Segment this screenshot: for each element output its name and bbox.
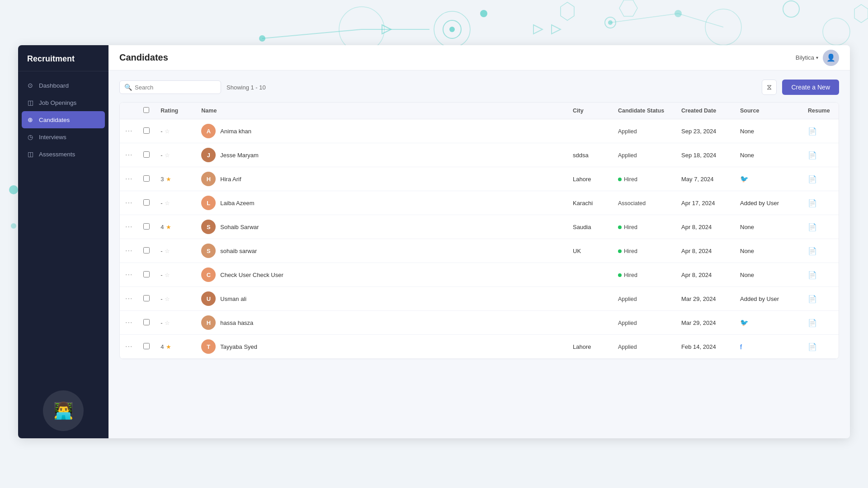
col-header-city[interactable]: City: [567, 103, 613, 119]
row-resume[interactable]: 📄: [802, 215, 839, 239]
table-area: 🔍 Showing 1 - 10 ⧖ Create a New: [108, 70, 850, 438]
source-text: None: [740, 272, 754, 278]
row-actions[interactable]: ···: [120, 191, 138, 215]
resume-icon[interactable]: 📄: [808, 247, 817, 255]
row-checkbox[interactable]: [143, 175, 150, 182]
table-row[interactable]: ··· - ☆ A Anima khan Applied Sep 23, 202…: [120, 119, 839, 143]
more-options-icon[interactable]: ···: [125, 295, 132, 302]
table-row[interactable]: ··· 3 ★ H Hira Arif Lahore Hired May 7, …: [120, 167, 839, 191]
create-new-button[interactable]: Create a New: [782, 80, 839, 95]
row-resume[interactable]: 📄: [802, 335, 839, 359]
row-name[interactable]: H Hira Arif: [196, 167, 567, 191]
row-actions[interactable]: ···: [120, 167, 138, 191]
resume-icon[interactable]: 📄: [808, 271, 817, 279]
row-actions[interactable]: ···: [120, 119, 138, 143]
sidebar-item-job-openings[interactable]: ◫ Job Openings: [18, 94, 108, 111]
status-dot: [618, 225, 622, 229]
user-avatar[interactable]: 👤: [823, 50, 839, 66]
resume-icon[interactable]: 📄: [808, 223, 817, 231]
row-resume[interactable]: 📄: [802, 119, 839, 143]
table-row[interactable]: ··· - ☆ C Check User Check User Hired Ap…: [120, 263, 839, 287]
sidebar-item-assessments[interactable]: ◫ Assessments: [18, 145, 108, 163]
row-name[interactable]: J Jesse Maryam: [196, 143, 567, 167]
table-row[interactable]: ··· - ☆ J Jesse Maryam sddsa Applied Sep…: [120, 143, 839, 167]
sidebar-nav: ⊙ Dashboard ◫ Job Openings ⊕ Candidates …: [18, 71, 108, 384]
row-resume[interactable]: 📄: [802, 263, 839, 287]
row-checkbox[interactable]: [143, 295, 150, 301]
row-checkbox[interactable]: [143, 223, 150, 230]
more-options-icon[interactable]: ···: [125, 247, 132, 254]
row-actions[interactable]: ···: [120, 311, 138, 335]
more-options-icon[interactable]: ···: [125, 175, 132, 183]
more-options-icon[interactable]: ···: [125, 319, 132, 326]
row-resume[interactable]: 📄: [802, 311, 839, 335]
sidebar-item-interviews[interactable]: ◷ Interviews: [18, 128, 108, 145]
more-options-icon[interactable]: ···: [125, 223, 132, 230]
resume-icon[interactable]: 📄: [808, 199, 817, 207]
col-header-rating[interactable]: Rating: [155, 103, 196, 119]
row-checkbox[interactable]: [143, 151, 150, 158]
more-options-icon[interactable]: ···: [125, 127, 132, 135]
col-header-resume[interactable]: Resume: [802, 103, 839, 119]
more-options-icon[interactable]: ···: [125, 271, 132, 278]
chevron-down-icon[interactable]: ▾: [816, 55, 818, 60]
resume-icon[interactable]: 📄: [808, 175, 817, 183]
col-header-name[interactable]: Name: [196, 103, 567, 119]
row-name[interactable]: H hassa hasza: [196, 311, 567, 335]
row-checkbox[interactable]: [143, 271, 150, 277]
col-header-source[interactable]: Source: [735, 103, 802, 119]
row-resume[interactable]: 📄: [802, 191, 839, 215]
row-actions[interactable]: ···: [120, 287, 138, 311]
row-name[interactable]: S sohaib sarwar: [196, 239, 567, 263]
more-options-icon[interactable]: ···: [125, 199, 132, 206]
row-actions[interactable]: ···: [120, 263, 138, 287]
table-row[interactable]: ··· - ☆ L Laiba Azeem Karachi Associated…: [120, 191, 839, 215]
resume-icon[interactable]: 📄: [808, 343, 817, 351]
filter-button[interactable]: ⧖: [762, 80, 777, 95]
page-title: Candidates: [119, 52, 168, 63]
row-resume[interactable]: 📄: [802, 287, 839, 311]
resume-icon[interactable]: 📄: [808, 295, 817, 303]
select-all-checkbox[interactable]: [143, 107, 149, 113]
sidebar-logo: Recruitment: [18, 45, 108, 71]
row-actions[interactable]: ···: [120, 143, 138, 167]
resume-icon[interactable]: 📄: [808, 151, 817, 159]
candidate-name: Usman ali: [220, 296, 246, 302]
row-checkbox[interactable]: [143, 247, 150, 253]
row-name[interactable]: S Sohaib Sarwar: [196, 215, 567, 239]
sidebar-item-label: Job Openings: [39, 99, 76, 106]
star-empty-icon: ☆: [165, 200, 170, 206]
sidebar-item-dashboard[interactable]: ⊙ Dashboard: [18, 77, 108, 94]
row-actions[interactable]: ···: [120, 335, 138, 359]
table-row[interactable]: ··· 4 ★ T Tayyaba Syed Lahore Applied Fe…: [120, 335, 839, 359]
col-header-date[interactable]: Created Date: [676, 103, 735, 119]
row-resume[interactable]: 📄: [802, 239, 839, 263]
search-input[interactable]: [135, 84, 216, 91]
row-checkbox[interactable]: [143, 319, 150, 325]
sidebar-item-candidates[interactable]: ⊕ Candidates: [22, 111, 105, 128]
resume-icon[interactable]: 📄: [808, 319, 817, 327]
col-header-status[interactable]: Candidate Status: [613, 103, 676, 119]
row-checkbox[interactable]: [143, 343, 150, 349]
row-name[interactable]: U Usman ali: [196, 287, 567, 311]
table-row[interactable]: ··· - ☆ S sohaib sarwar UK Hired Apr 8, …: [120, 239, 839, 263]
row-name[interactable]: T Tayyaba Syed: [196, 335, 567, 359]
table-row[interactable]: ··· 4 ★ S Sohaib Sarwar Saudia Hired Apr…: [120, 215, 839, 239]
row-name[interactable]: A Anima khan: [196, 119, 567, 143]
table-row[interactable]: ··· - ☆ U Usman ali Applied Mar 29, 2024…: [120, 287, 839, 311]
table-row[interactable]: ··· - ☆ H hassa hasza Applied Mar 29, 20…: [120, 311, 839, 335]
row-name[interactable]: L Laiba Azeem: [196, 191, 567, 215]
status-dot: [618, 273, 622, 277]
row-actions[interactable]: ···: [120, 215, 138, 239]
more-options-icon[interactable]: ···: [125, 151, 132, 159]
row-checkbox[interactable]: [143, 199, 150, 206]
row-checkbox[interactable]: [143, 127, 150, 134]
row-resume[interactable]: 📄: [802, 143, 839, 167]
resume-icon[interactable]: 📄: [808, 127, 817, 135]
row-resume[interactable]: 📄: [802, 167, 839, 191]
row-name[interactable]: C Check User Check User: [196, 263, 567, 287]
status-badge: Hired: [618, 272, 637, 278]
row-actions[interactable]: ···: [120, 239, 138, 263]
more-options-icon[interactable]: ···: [125, 343, 132, 350]
row-source: Added by User: [735, 191, 802, 215]
